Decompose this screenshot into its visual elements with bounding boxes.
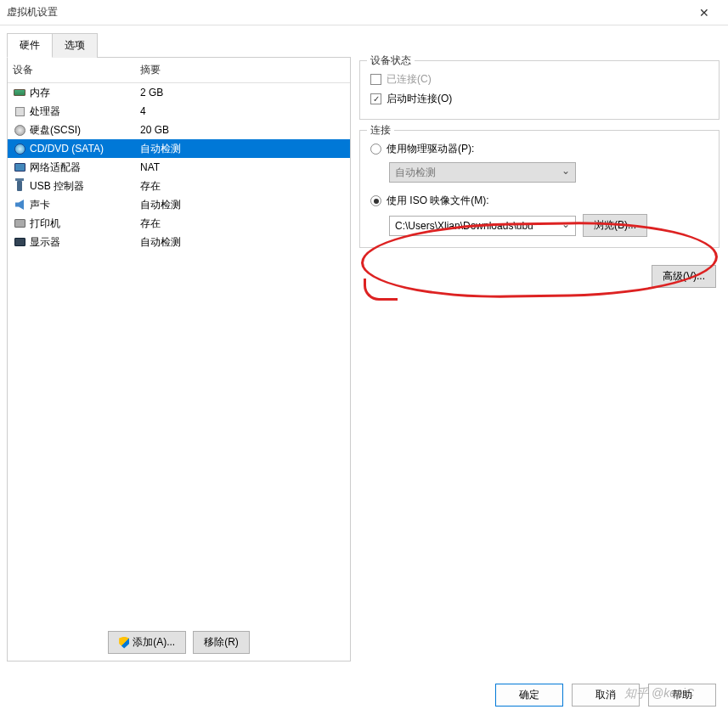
device-cell: 打印机	[8, 217, 135, 231]
device-name: 硬盘(SCSI)	[30, 123, 81, 138]
device-name: 内存	[30, 86, 50, 100]
device-summary: 自动检测	[135, 142, 350, 156]
browse-button[interactable]: 浏览(B)...	[583, 214, 647, 237]
col-summary[interactable]: 摘要	[135, 61, 350, 79]
usb-icon	[13, 179, 26, 193]
connection-title: 连接	[367, 123, 394, 138]
use-iso-label: 使用 ISO 映像文件(M):	[387, 194, 489, 208]
advanced-button[interactable]: 高级(V)...	[652, 265, 716, 288]
add-device-label: 添加(A)...	[133, 635, 175, 650]
table-row[interactable]: CD/DVD (SATA)自动检测	[8, 139, 350, 158]
device-name: 声卡	[30, 198, 50, 212]
device-summary: 自动检测	[135, 235, 350, 250]
disp-icon	[13, 235, 26, 249]
device-status-title: 设备状态	[367, 53, 415, 68]
device-summary: NAT	[135, 161, 350, 173]
table-row[interactable]: 网络适配器NAT	[8, 158, 350, 177]
device-cell: 处理器	[8, 104, 135, 119]
table-body: 内存2 GB处理器4硬盘(SCSI)20 GBCD/DVD (SATA)自动检测…	[8, 83, 350, 251]
device-name: 打印机	[30, 217, 60, 231]
connect-poweron-label: 启动时连接(O)	[387, 92, 452, 106]
device-name: 处理器	[30, 104, 60, 119]
device-cell: USB 控制器	[8, 179, 135, 194]
device-cell: 内存	[8, 86, 135, 100]
device-list-panel: 设备 摘要 内存2 GB处理器4硬盘(SCSI)20 GBCD/DVD (SAT…	[7, 57, 351, 662]
table-row[interactable]: 处理器4	[8, 102, 350, 121]
net-icon	[13, 160, 26, 174]
dialog-footer: 确定 取消 帮助	[495, 684, 716, 707]
table-header: 设备 摘要	[8, 58, 350, 83]
iso-path-combo[interactable]: C:\Users\Xlian\Downloads\ubu	[389, 216, 576, 236]
iso-path-value: C:\Users\Xlian\Downloads\ubu	[395, 220, 533, 232]
tab-strip: 硬件 选项	[0, 25, 728, 57]
connected-label: 已连接(C)	[387, 72, 432, 87]
mem-icon	[13, 86, 26, 99]
device-cell: 硬盘(SCSI)	[8, 123, 135, 138]
device-name: 显示器	[30, 235, 60, 250]
connected-checkbox-row[interactable]: 已连接(C)	[370, 70, 708, 89]
device-name: USB 控制器	[30, 179, 84, 194]
col-device[interactable]: 设备	[8, 61, 135, 79]
tab-hardware[interactable]: 硬件	[7, 33, 53, 58]
table-row[interactable]: 显示器自动检测	[8, 233, 350, 251]
advanced-row: 高级(V)...	[359, 258, 720, 288]
connect-poweron-checkbox-row[interactable]: 启动时连接(O)	[370, 89, 708, 109]
disk-icon	[13, 123, 26, 137]
table-row[interactable]: USB 控制器存在	[8, 177, 350, 195]
radio-icon	[370, 195, 381, 206]
settings-panel: 设备状态 已连接(C) 启动时连接(O) 连接 使用物理驱动器(P): 自动检测	[358, 57, 721, 662]
iso-path-row: C:\Users\Xlian\Downloads\ubu 浏览(B)...	[370, 214, 708, 237]
device-summary: 存在	[135, 179, 350, 194]
table-row[interactable]: 声卡自动检测	[8, 195, 350, 214]
use-iso-radio-row[interactable]: 使用 ISO 映像文件(M):	[370, 191, 708, 211]
radio-icon	[370, 144, 381, 155]
close-button[interactable]: ✕	[687, 1, 721, 25]
close-icon: ✕	[699, 6, 709, 20]
window-title: 虚拟机设置	[7, 5, 687, 20]
connection-group: 连接 使用物理驱动器(P): 自动检测 使用 ISO 映像文件(M): C:\U…	[359, 130, 720, 248]
physical-drive-value: 自动检测	[395, 166, 436, 180]
cancel-button[interactable]: 取消	[572, 684, 640, 707]
cd-icon	[13, 142, 26, 155]
device-name: 网络适配器	[30, 160, 81, 175]
physical-drive-combo[interactable]: 自动检测	[389, 162, 576, 183]
snd-icon	[13, 198, 26, 211]
checkbox-icon	[370, 93, 381, 104]
table-row[interactable]: 内存2 GB	[8, 83, 350, 102]
help-button[interactable]: 帮助	[648, 684, 716, 707]
device-cell: 网络适配器	[8, 160, 135, 175]
device-table: 设备 摘要 内存2 GB处理器4硬盘(SCSI)20 GBCD/DVD (SAT…	[8, 58, 350, 624]
prn-icon	[13, 217, 26, 230]
device-buttons-row: 添加(A)... 移除(R)	[8, 624, 350, 661]
use-physical-label: 使用物理驱动器(P):	[387, 142, 474, 156]
checkbox-icon	[370, 74, 381, 85]
device-summary: 自动检测	[135, 198, 350, 212]
device-name: CD/DVD (SATA)	[30, 143, 104, 155]
device-summary: 20 GB	[135, 124, 350, 136]
content-area: 设备 摘要 内存2 GB处理器4硬盘(SCSI)20 GBCD/DVD (SAT…	[0, 57, 728, 668]
table-row[interactable]: 打印机存在	[8, 214, 350, 233]
ok-button[interactable]: 确定	[495, 684, 563, 707]
add-device-button[interactable]: 添加(A)...	[108, 631, 186, 654]
device-summary: 4	[135, 105, 350, 117]
use-physical-radio-row[interactable]: 使用物理驱动器(P):	[370, 139, 708, 159]
titlebar: 虚拟机设置 ✕	[0, 0, 728, 25]
device-cell: CD/DVD (SATA)	[8, 142, 135, 155]
device-summary: 2 GB	[135, 87, 350, 99]
shield-icon	[119, 637, 129, 649]
device-status-group: 设备状态 已连接(C) 启动时连接(O)	[359, 60, 720, 120]
physical-drive-row: 自动检测	[370, 162, 708, 183]
device-summary: 存在	[135, 217, 350, 231]
remove-device-button[interactable]: 移除(R)	[193, 631, 250, 654]
table-row[interactable]: 硬盘(SCSI)20 GB	[8, 121, 350, 139]
device-cell: 声卡	[8, 198, 135, 212]
device-cell: 显示器	[8, 235, 135, 250]
tab-options[interactable]: 选项	[53, 33, 98, 58]
cpu-icon	[13, 104, 26, 118]
